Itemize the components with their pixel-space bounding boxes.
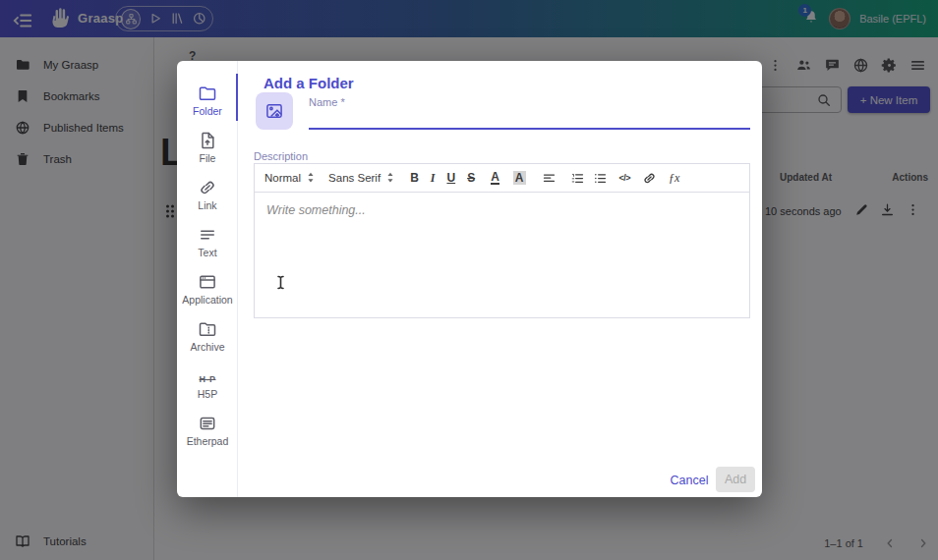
description-editor[interactable]: Normal Sans Serif B I U S A	[254, 163, 750, 318]
link-icon	[198, 178, 217, 197]
tab-label: Application	[182, 295, 232, 305]
background-color-button[interactable]: A	[513, 171, 526, 185]
italic-button[interactable]: I	[431, 171, 436, 185]
tab-label: Archive	[190, 342, 224, 352]
bold-button[interactable]: B	[410, 171, 419, 185]
strikethrough-button[interactable]: S	[467, 171, 475, 185]
tab-application[interactable]: Application	[177, 262, 238, 309]
tab-label: File	[200, 153, 216, 163]
cancel-button[interactable]: Cancel	[666, 468, 713, 493]
editor-placeholder: Write something...	[266, 203, 366, 217]
tab-text[interactable]: Text	[177, 215, 238, 262]
tab-archive[interactable]: Archive	[177, 309, 238, 357]
tab-folder[interactable]: Folder	[177, 74, 238, 121]
code-block-button[interactable]: </>	[619, 171, 631, 185]
folder-icon	[198, 84, 217, 103]
tab-etherpad[interactable]: Etherpad	[177, 404, 238, 451]
tab-label: Link	[198, 200, 216, 210]
text-lines-icon	[198, 225, 217, 245]
file-upload-icon	[198, 131, 217, 150]
underline-button[interactable]: U	[446, 171, 455, 185]
align-button[interactable]	[542, 171, 557, 186]
app-window-icon	[198, 272, 217, 292]
tab-label: Folder	[193, 106, 222, 116]
tab-file[interactable]: File	[177, 121, 238, 168]
add-item-dialog: Folder File Link Text Application	[177, 61, 762, 497]
tab-label: H5P	[198, 389, 217, 399]
item-type-tabs: Folder File Link Text Application	[177, 61, 238, 497]
image-upload-icon	[264, 101, 284, 121]
tab-label: Text	[198, 248, 216, 257]
h5p-icon: H-P	[200, 372, 216, 386]
etherpad-icon	[198, 414, 217, 433]
tab-label: Etherpad	[187, 436, 229, 446]
insert-link-button[interactable]	[642, 171, 657, 186]
add-button[interactable]: Add	[716, 467, 755, 492]
picker-arrows-icon	[386, 172, 394, 184]
tab-link[interactable]: Link	[177, 168, 238, 215]
name-field-label: Name *	[309, 96, 345, 108]
font-picker[interactable]: Sans Serif	[328, 172, 394, 184]
ordered-list-button[interactable]	[570, 171, 585, 186]
text-cursor-icon	[275, 275, 286, 290]
paragraph-style-picker[interactable]: Normal	[264, 172, 315, 184]
bullet-list-button[interactable]	[593, 171, 608, 186]
tab-h5p[interactable]: H-P H5P	[177, 357, 238, 404]
thumbnail-upload-button[interactable]	[256, 92, 293, 130]
formula-button[interactable]: ƒx	[669, 171, 679, 185]
editor-toolbar: Normal Sans Serif B I U S A	[255, 164, 749, 193]
name-input-underline	[309, 128, 750, 130]
font-value: Sans Serif	[328, 172, 381, 184]
archive-folder-icon	[198, 319, 217, 339]
picker-arrows-icon	[307, 172, 315, 184]
name-input[interactable]	[309, 108, 750, 128]
description-label: Description	[254, 150, 308, 162]
paragraph-style-value: Normal	[264, 172, 301, 184]
dialog-title: Add a Folder	[264, 75, 354, 91]
text-color-button[interactable]: A	[491, 171, 499, 185]
